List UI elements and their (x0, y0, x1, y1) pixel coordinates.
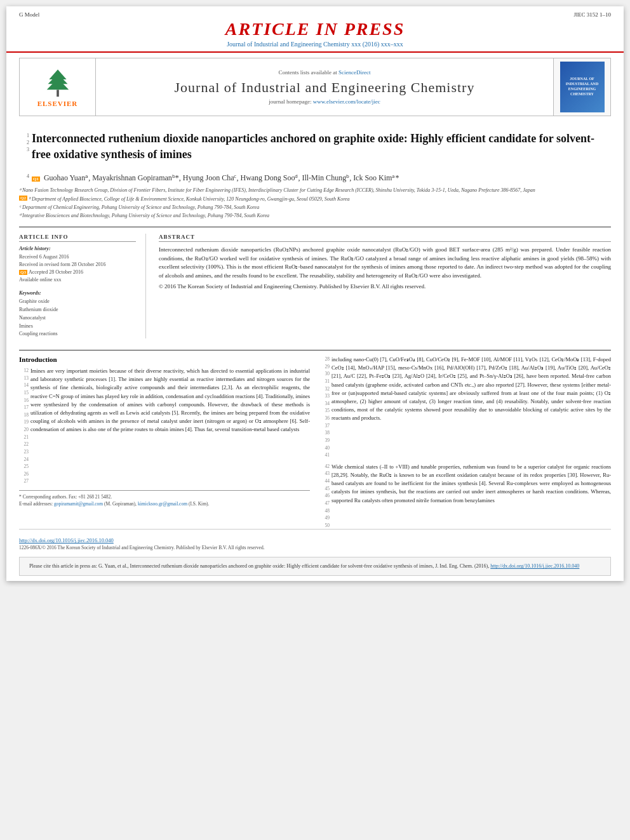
jiec-number: JIEC 3152 1–10 (574, 11, 612, 18)
accepted-date: Accepted 28 October 2016 (29, 269, 83, 276)
ln-48: 48 (320, 507, 332, 515)
ln-21: 21 (19, 434, 30, 441)
ln-24: 24 (19, 456, 30, 463)
g-model-label: G Model (19, 11, 39, 18)
ln-36: 36 (320, 415, 332, 422)
ln-38: 38 (320, 429, 332, 437)
available-online: Available online xxx (19, 276, 136, 284)
citation-box: Please cite this article in press as: G.… (19, 557, 611, 576)
intro-left-text: Imines are very important moieties becau… (30, 367, 310, 485)
keywords-heading: Keywords: (19, 290, 136, 296)
citation-doi-link[interactable]: http://dx.doi.org/10.1016/j.jiec.2016.10… (490, 563, 579, 569)
article-authors: Guohao Yuanᵃ, Mayakrishnan Gopiramanᵇ*, … (44, 173, 399, 182)
svg-rect-0 (57, 90, 59, 97)
issn-copyright: 1226-086X/© 2016 The Korean Society of I… (19, 545, 611, 550)
intro-right-text-2: Wide chemical states (–II to +VIII) and … (332, 463, 611, 530)
ln-16: 16 (19, 397, 30, 404)
affil-a: ᵃ Nano Fusion Technology Research Group,… (19, 187, 611, 194)
ln-41: 41 (320, 451, 332, 459)
ln-15: 15 (19, 389, 30, 397)
article-main-title: Interconnected ruthenium dioxide nanopar… (32, 131, 611, 163)
ln-30: 30 (320, 370, 332, 378)
ln-14: 14 (19, 382, 30, 389)
ln-44: 44 (320, 477, 332, 485)
q3-marker: Q3 (19, 270, 27, 275)
ln-13: 13 (19, 375, 30, 382)
keyword-3: Nanocatalyst (19, 314, 136, 323)
ln-42: 42 (320, 463, 332, 470)
doi-link[interactable]: http://dx.doi.org/10.1016/j.jiec.2016.10… (19, 537, 114, 543)
line-2: 2 (19, 139, 32, 146)
article-info-heading: ARTICLE INFO (19, 234, 136, 242)
affil-c: ᶜ Department of Chemical Engineering, Po… (19, 204, 611, 211)
ln-35: 35 (320, 407, 332, 415)
article-in-press-title: ARTICLE IN PRESS (19, 19, 611, 39)
ln-40: 40 (320, 444, 332, 452)
ln-28: 28 (320, 356, 332, 363)
ln-37: 37 (320, 422, 332, 430)
keyword-5: Coupling reactions (19, 330, 136, 338)
contents-available: Contents lists available at ScienceDirec… (279, 69, 371, 76)
ln-45: 45 (320, 485, 332, 493)
journal-cover: JOURNAL OFINDUSTRIAL ANDENGINEERINGCHEMI… (560, 62, 605, 112)
ln-19: 19 (19, 418, 30, 426)
q2-marker: Q2 (19, 196, 27, 201)
ln-47: 47 (320, 500, 332, 507)
ln-17: 17 (19, 404, 30, 411)
ln-39: 39 (320, 437, 332, 444)
corresponding-note: * Corresponding authors. Fax: +81 268 21… (19, 493, 310, 500)
received-date: Received 6 August 2016 (19, 253, 136, 261)
abstract-body: Interconnected ruthenium dioxide nanopar… (159, 246, 611, 291)
line-1: 1 (19, 132, 32, 139)
line-4: 4 (19, 173, 32, 180)
keyword-4: Imines (19, 323, 136, 331)
ln-22: 22 (19, 441, 30, 448)
introduction-heading: Introduction (19, 356, 310, 363)
history-heading: Article history: (19, 246, 136, 251)
journal-homepage: journal homepage: www.elsevier.com/locat… (269, 98, 380, 105)
ln-12: 12 (19, 367, 30, 375)
ln-34: 34 (320, 400, 332, 408)
ln-43: 43 (320, 470, 332, 477)
email-note: E-mail addresses: gopiramamit@gmail.com … (19, 500, 310, 507)
q1-marker: Q1 (32, 177, 40, 182)
ln-29: 29 (320, 363, 332, 371)
abstract-heading: ABSTRACT (159, 234, 611, 242)
ln-49: 49 (320, 514, 332, 522)
intro-right-text-1: including nano-Cu(0) [7], CuO/Fe₃O₄ [8],… (332, 356, 611, 459)
line-3: 3 (19, 146, 32, 153)
ln-32: 32 (320, 385, 332, 393)
ln-46: 46 (320, 492, 332, 500)
elsevier-tree-icon (36, 67, 80, 98)
journal-main-title: Journal of Industrial and Engineering Ch… (175, 79, 475, 96)
ln-33: 33 (320, 392, 332, 400)
revised-date: Received in revised form 28 October 2016 (19, 261, 136, 269)
ln-26: 26 (19, 470, 30, 478)
ln-27: 27 (19, 477, 30, 485)
ln-18: 18 (19, 411, 30, 419)
journal-link-top: Journal of Industrial and Engineering Ch… (19, 41, 611, 48)
ln-31: 31 (320, 378, 332, 385)
ln-25: 25 (19, 463, 30, 470)
ln-23: 23 (19, 448, 30, 456)
ln-20: 20 (19, 426, 30, 434)
affil-d: ᵈ Integrative Biosciences and Biotechnol… (19, 212, 611, 219)
ln-50: 50 (320, 522, 332, 530)
sciencedirect-link[interactable]: ScienceDirect (338, 69, 370, 76)
affil-b: ᵇ Department of Applied Bioscience, Coll… (29, 196, 350, 203)
keyword-2: Ruthenium dioxide (19, 306, 136, 314)
elsevier-label: ELSEVIER (37, 100, 78, 107)
keyword-1: Graphite oxide (19, 298, 136, 306)
